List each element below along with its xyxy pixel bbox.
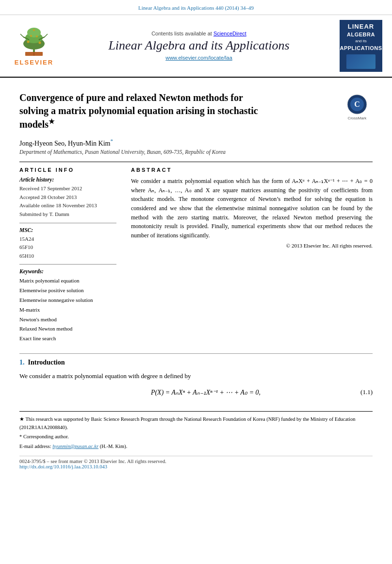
introduction-section: 1. Introduction We consider a matrix pol… xyxy=(19,353,373,397)
crossmark-icon: C xyxy=(346,94,368,115)
section-divider xyxy=(19,162,373,162)
article-title-section: Convergence of pure and relaxed Newton m… xyxy=(19,86,373,131)
msc-1: 15A24 xyxy=(19,235,116,244)
equation-formula: P(X) = AₙXⁿ + Aₙ₋₁Xⁿ⁻¹ + ⋯ + A₀ = 0, xyxy=(151,388,261,397)
header-area: ELSEVIER Contents lists available at Sci… xyxy=(0,15,392,78)
section-num: 1. xyxy=(19,359,25,366)
available-date: Available online 18 November 2013 xyxy=(19,201,116,210)
header-center: Contents lists available at ScienceDirec… xyxy=(65,20,332,72)
msc-label: MSC: xyxy=(19,227,116,233)
svg-point-5 xyxy=(27,41,30,43)
equation-line: P(X) = AₙXⁿ + Aₙ₋₁Xⁿ⁻¹ + ⋯ + A₀ = 0, (1.… xyxy=(39,388,373,397)
badge-linear: LINEAR xyxy=(348,23,374,31)
svg-line-11 xyxy=(20,34,23,37)
intro-text: We consider a matrix polynomial equation… xyxy=(19,371,373,382)
svg-point-7 xyxy=(30,35,32,37)
keyword-item: M-matrix xyxy=(19,305,116,315)
footer-doi-link[interactable]: http://dx.doi.org/10.1016/j.laa.2013.10.… xyxy=(19,464,107,469)
msc-2: 65F10 xyxy=(19,243,116,252)
intro-heading: 1. Introduction xyxy=(19,359,373,366)
email-link[interactable]: hyunmin@pusan.ac.kr xyxy=(52,444,98,449)
footnote-email-line: E-mail address: hyunmin@pusan.ac.kr (H.-… xyxy=(19,443,373,451)
elsevier-logo: ELSEVIER xyxy=(10,20,58,72)
crossmark-text: CrossMark xyxy=(348,116,367,120)
footer-issn: 0024-3795/$ – see front matter © 2013 El… xyxy=(19,459,373,464)
abstract-col: ABSTRACT We consider a matrix polynomial… xyxy=(131,167,373,344)
received-date: Received 17 September 2012 xyxy=(19,184,116,193)
keyword-item: Matrix polynomial equation xyxy=(19,276,116,286)
journal-badge: LINEAR ALGEBRA and its Applications xyxy=(340,20,382,72)
svg-point-8 xyxy=(36,35,38,37)
keywords-list: Matrix polynomial equationElementwise po… xyxy=(19,276,116,344)
authors-text: Jong-Hyeon Seo, Hyun-Min Kim xyxy=(19,139,110,147)
article-title-text: Convergence of pure and relaxed Newton m… xyxy=(19,92,258,130)
page: Linear Algebra and its Applications 440 … xyxy=(0,0,392,564)
title-star: ★ xyxy=(49,118,55,125)
main-content: Convergence of pure and relaxed Newton m… xyxy=(0,78,392,469)
abstract-header: ABSTRACT xyxy=(131,167,373,173)
email-label: E-mail address: xyxy=(19,444,51,449)
elsevier-brand: ELSEVIER xyxy=(15,59,53,66)
keyword-item: Elementwise nonnegative solution xyxy=(19,296,116,305)
abstract-copyright: © 2013 Elsevier Inc. All rights reserved… xyxy=(131,243,373,249)
msc-3: 65H10 xyxy=(19,252,116,261)
journal-ref-bar: Linear Algebra and its Applications 440 … xyxy=(0,0,392,15)
badge-image xyxy=(346,54,376,69)
journal-url[interactable]: www.elsevier.com/locate/laa xyxy=(165,55,232,61)
affiliation: Department of Mathematics, Pusan Nationa… xyxy=(19,149,373,155)
article-info-header: ARTICLE INFO xyxy=(19,167,116,173)
journal-main-title: Linear Algebra and its Applications xyxy=(108,38,289,53)
accepted-date: Accepted 28 October 2013 xyxy=(19,193,116,202)
elsevier-tree-icon xyxy=(15,25,53,57)
keyword-item: Exact line search xyxy=(19,334,116,344)
email-name: (H.-M. Kim). xyxy=(100,444,128,449)
page-footer: 0024-3795/$ – see front matter © 2013 El… xyxy=(19,456,373,469)
badge-algebra: ALGEBRA xyxy=(347,31,375,38)
journal-ref-link[interactable]: Linear Algebra and its Applications 440 … xyxy=(138,5,254,11)
badge-applications: Applications xyxy=(340,45,382,51)
article-title: Convergence of pure and relaxed Newton m… xyxy=(19,91,262,131)
two-col-section: ARTICLE INFO Article history: Received 1… xyxy=(19,167,373,344)
history-label: Article history: xyxy=(19,177,116,182)
author-star-ref: * xyxy=(110,138,113,144)
sciencedirect-link[interactable]: ScienceDirect xyxy=(213,31,246,36)
article-info-col: ARTICLE INFO Article history: Received 1… xyxy=(19,167,116,344)
svg-text:C: C xyxy=(354,100,360,108)
footnote-1: ★ This research was supported by Basic S… xyxy=(19,415,373,432)
authors: Jong-Hyeon Seo, Hyun-Min Kim* xyxy=(19,138,373,148)
keyword-item: Elementwise positive solution xyxy=(19,286,116,296)
footnote-2: * Corresponding author. xyxy=(19,433,373,441)
footnote-area: ★ This research was supported by Basic S… xyxy=(19,411,373,451)
crossmark-badge: C CrossMark xyxy=(346,94,368,120)
submitted-by: Submitted by T. Damm xyxy=(19,210,116,219)
svg-point-9 xyxy=(33,29,35,31)
equation-number: (1.1) xyxy=(360,388,373,396)
info-divider-1 xyxy=(19,223,116,223)
sciencedirect-label: Contents lists available at xyxy=(151,31,212,36)
info-divider-2 xyxy=(19,264,116,265)
keyword-item: Relaxed Newton method xyxy=(19,324,116,334)
abstract-text: We consider a matrix polynomial equation… xyxy=(131,177,373,240)
sciencedirect-line: Contents lists available at ScienceDirec… xyxy=(151,31,246,36)
svg-point-6 xyxy=(39,42,41,44)
keyword-item: Newton's method xyxy=(19,315,116,325)
keywords-label: Keywords: xyxy=(19,268,116,274)
svg-line-13 xyxy=(45,34,48,37)
badge-anditsa: and its xyxy=(355,39,367,44)
